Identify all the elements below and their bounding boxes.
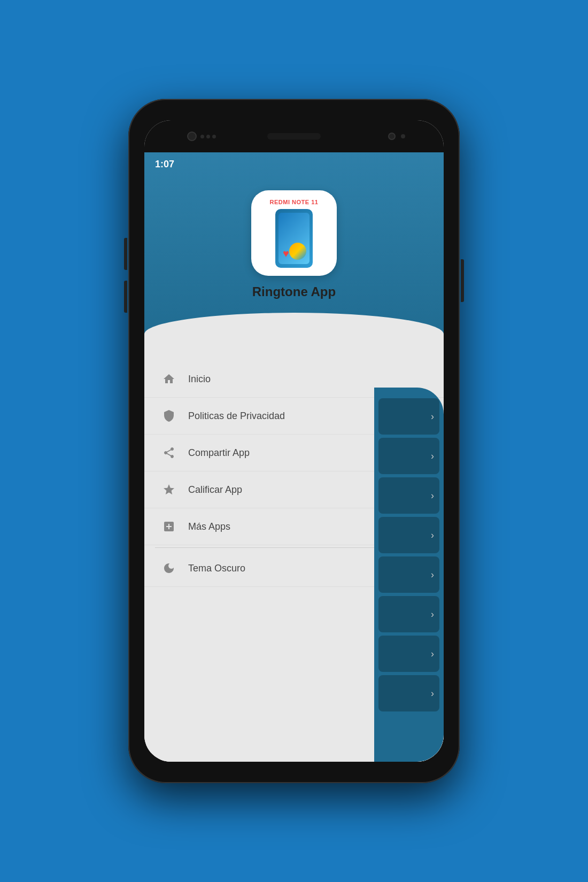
shield-icon [160,407,177,424]
right-panel-item[interactable]: › [378,517,439,553]
status-time: 1:07 [155,159,174,170]
dot-icon [200,135,204,138]
camera-left-icon [187,131,197,141]
app-icon-area: REDMI NOTE 11 ♥ Ringtone App [155,190,433,301]
screen-overlay: Inicio Politicas de Privacidad [144,355,444,762]
phone-illustration: ♥ [251,206,337,270]
chevron-right-icon: › [431,569,434,581]
phone-device: 1:07 REDMI NOTE 11 ♥ [128,99,460,783]
app-icon-wrapper[interactable]: REDMI NOTE 11 ♥ [251,190,337,276]
header-curve [144,313,444,355]
camera-dots [200,135,216,138]
volume-up-button [124,238,127,270]
phone-icon-screen: ♥ [278,213,310,264]
screen-content: 1:07 REDMI NOTE 11 ♥ [144,152,444,762]
right-panel-item[interactable]: › [378,438,439,474]
menu-label-dark-mode: Tema Oscuro [188,563,402,574]
star-icon [160,481,177,498]
right-panel-item[interactable]: › [378,556,439,593]
right-panel-item[interactable]: › [378,477,439,514]
volume-down-button [124,281,127,313]
right-panel-item[interactable]: › [378,596,439,632]
app-name: Ringtone App [252,284,336,299]
heart-icon: ♥ [283,247,289,260]
chevron-right-icon: › [431,411,434,422]
dot-icon [212,135,216,138]
camera-right-icon [388,133,396,140]
phone-icon-inner: ♥ [275,209,313,268]
sensor-dot-icon [401,134,405,138]
right-panel-item[interactable]: › [378,636,439,672]
notch-bar [144,120,444,152]
chevron-right-icon: › [431,490,434,501]
screen-header: 1:07 REDMI NOTE 11 ♥ [144,152,444,355]
dot-icon [206,135,210,138]
share-icon [160,444,177,461]
speaker-icon [267,133,321,140]
circle-decoration [289,243,306,260]
chevron-right-icon: › [431,451,434,462]
plus-square-icon [160,518,177,535]
app-icon-label: REDMI NOTE 11 [268,196,321,206]
right-panel-item[interactable]: › [378,675,439,711]
chevron-right-icon: › [431,530,434,541]
moon-icon [160,560,177,577]
chevron-right-icon: › [431,609,434,620]
menu-label-inicio: Inicio [188,374,428,385]
chevron-right-icon: › [431,688,434,699]
chevron-right-icon: › [431,648,434,660]
right-panel-item[interactable]: › [378,398,439,435]
right-panel: › › › › › › [374,388,444,762]
status-bar: 1:07 [155,157,433,174]
power-button [461,259,464,302]
phone-screen: 1:07 REDMI NOTE 11 ♥ [144,120,444,762]
home-icon [160,370,177,388]
